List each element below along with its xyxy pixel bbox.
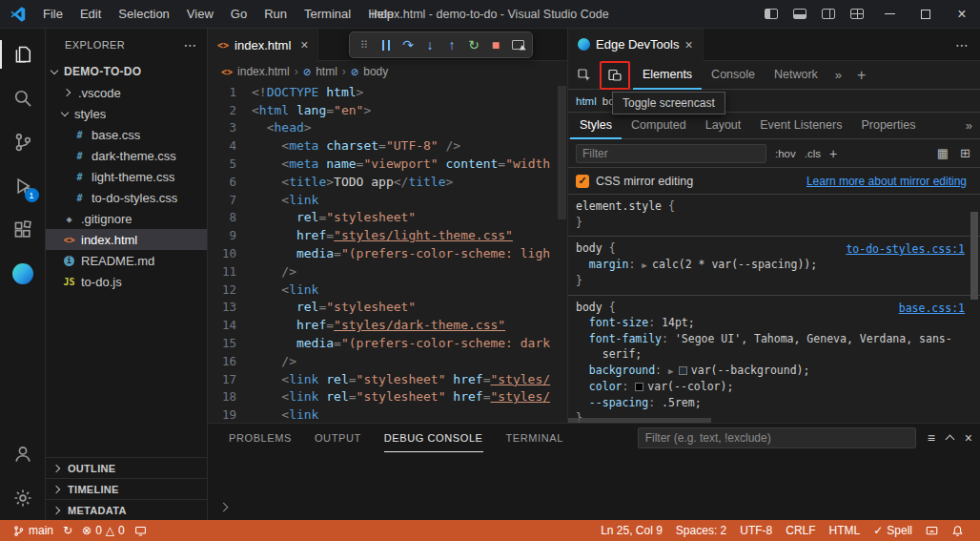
minimize-button[interactable] bbox=[871, 0, 908, 28]
code-line[interactable]: 4 <meta charset="UTF-8" /> bbox=[208, 136, 567, 155]
code-line[interactable]: 5 <meta name="viewport" content="width bbox=[208, 155, 567, 173]
indentation[interactable]: Spaces: 2 bbox=[669, 524, 733, 537]
activity-edge-devtools[interactable] bbox=[0, 252, 46, 296]
branch-indicator[interactable]: main bbox=[8, 524, 58, 537]
subtab-styles[interactable]: Styles bbox=[570, 113, 622, 139]
tree-item--gitignore[interactable]: ◆.gitignore bbox=[46, 208, 207, 229]
devtools-tab-console[interactable]: Console bbox=[702, 61, 765, 90]
launch-indicator[interactable] bbox=[130, 525, 152, 537]
menu-terminal[interactable]: Terminal bbox=[296, 0, 359, 28]
css-mirror-checkbox[interactable]: ✓ bbox=[576, 175, 589, 188]
code-line[interactable]: 10 media="(prefers-color-scheme: ligh bbox=[208, 244, 567, 262]
eol-sequence[interactable]: CRLF bbox=[779, 524, 822, 537]
subtab-event-listeners[interactable]: Event Listeners bbox=[750, 113, 851, 139]
maximize-button[interactable] bbox=[908, 0, 944, 28]
subtab-properties[interactable]: Properties bbox=[851, 113, 925, 139]
activity-run-debug[interactable]: 1 bbox=[0, 164, 46, 208]
inspect-button[interactable] bbox=[508, 35, 527, 54]
code-line[interactable]: 9 href="styles/light-theme.css" bbox=[208, 226, 567, 244]
close-tab-icon[interactable]: × bbox=[300, 37, 308, 52]
console-filter-input[interactable] bbox=[638, 427, 916, 448]
pause-button[interactable] bbox=[377, 35, 396, 54]
code-line[interactable]: 19 <link bbox=[208, 406, 567, 423]
step-out-button[interactable]: ↑ bbox=[442, 35, 461, 54]
class-toggle-button[interactable]: .cls bbox=[805, 148, 821, 159]
css-rule-line[interactable]: color: var(--color); bbox=[576, 379, 972, 395]
menu-view[interactable]: View bbox=[178, 0, 222, 28]
devtools-vertical-scrollbar[interactable] bbox=[970, 212, 978, 300]
toggle-primary-sidebar-icon[interactable] bbox=[757, 0, 786, 28]
code-line[interactable]: 1<!DOCTYPE html> bbox=[208, 83, 567, 101]
toggle-panel-icon[interactable] bbox=[786, 0, 814, 28]
inspect-element-icon[interactable] bbox=[572, 64, 597, 87]
stylesheet-link[interactable]: base.css:1 bbox=[899, 301, 965, 317]
screencast-status[interactable] bbox=[919, 525, 945, 537]
close-button[interactable]: × bbox=[944, 0, 980, 28]
drag-handle-icon[interactable]: ⠿ bbox=[355, 35, 374, 54]
code-line[interactable]: 7 <link bbox=[208, 191, 567, 209]
sidebar-section-metadata[interactable]: METADATA bbox=[46, 499, 207, 520]
breadcrumb-body[interactable]: body bbox=[363, 65, 388, 78]
maximize-panel-icon[interactable] bbox=[945, 435, 954, 445]
sidebar-section-outline[interactable]: OUTLINE bbox=[46, 457, 207, 478]
tree-item--vscode[interactable]: .vscode bbox=[46, 82, 207, 103]
subtab-computed[interactable]: Computed bbox=[622, 113, 696, 139]
code-line[interactable]: 16 /> bbox=[208, 352, 567, 370]
css-rule-line[interactable]: font-size: 14pt; bbox=[576, 315, 972, 331]
tree-item-dark-theme-css[interactable]: #dark-theme.css bbox=[46, 145, 207, 166]
color-swatch[interactable] bbox=[679, 366, 687, 375]
activity-extensions[interactable] bbox=[0, 208, 46, 252]
stop-button[interactable]: ■ bbox=[486, 35, 505, 54]
crumb-html[interactable]: html bbox=[576, 95, 597, 107]
grid-overlay-icon[interactable]: ▦ bbox=[937, 146, 949, 160]
tree-item-index-html[interactable]: <>index.html bbox=[46, 229, 207, 250]
problems-indicator[interactable]: ⊗0 △0 bbox=[77, 524, 130, 537]
editor-scrollbar[interactable] bbox=[558, 86, 566, 219]
breadcrumb-html[interactable]: html bbox=[316, 65, 337, 78]
explorer-actions-icon[interactable]: ⋯ bbox=[184, 37, 197, 52]
toggle-screencast-icon[interactable] bbox=[602, 64, 627, 87]
close-tab-icon[interactable]: × bbox=[684, 37, 692, 52]
panel-tab-output[interactable]: OUTPUT bbox=[315, 424, 361, 452]
color-swatch[interactable] bbox=[635, 383, 643, 391]
css-rule-line[interactable]: font-family: 'Segoe UI', Tahoma, Geneva,… bbox=[576, 331, 972, 347]
css-rule-line[interactable]: element.style { bbox=[576, 198, 972, 215]
code-line[interactable]: 3 <head> bbox=[208, 119, 567, 137]
panel-tab-problems[interactable]: PROBLEMS bbox=[229, 424, 292, 452]
menu-file[interactable]: File bbox=[34, 0, 71, 28]
tree-item-base-css[interactable]: #base.css bbox=[46, 124, 207, 145]
menu-run[interactable]: Run bbox=[255, 0, 296, 28]
activity-source-control[interactable] bbox=[0, 120, 46, 164]
tree-item-to-do-styles-css[interactable]: #to-do-styles.css bbox=[46, 187, 207, 208]
more-tabs-icon[interactable]: » bbox=[827, 68, 849, 82]
filter-icon[interactable]: ≡ bbox=[928, 430, 935, 446]
tree-item-light-theme-css[interactable]: #light-theme.css bbox=[46, 166, 207, 187]
activity-settings[interactable] bbox=[0, 476, 46, 520]
menu-edit[interactable]: Edit bbox=[71, 0, 110, 28]
breadcrumb-file[interactable]: index.html bbox=[237, 65, 290, 78]
step-into-button[interactable]: ↓ bbox=[420, 35, 439, 54]
code-line[interactable]: 12 <link bbox=[208, 281, 567, 299]
tab-edge-devtools[interactable]: Edge DevTools × bbox=[568, 29, 704, 61]
styles-filter-input[interactable] bbox=[576, 144, 766, 163]
sidebar-section-timeline[interactable]: TIMELINE bbox=[46, 478, 207, 499]
close-panel-icon[interactable]: × bbox=[965, 430, 972, 446]
language-mode[interactable]: HTML bbox=[823, 524, 868, 537]
menu-go[interactable]: Go bbox=[222, 0, 255, 28]
panel-tab-terminal[interactable]: TERMINAL bbox=[506, 424, 563, 452]
toggle-secondary-sidebar-icon[interactable] bbox=[814, 0, 843, 28]
restart-button[interactable]: ↻ bbox=[464, 35, 483, 54]
css-rule-line[interactable]: --spacing: .5rem; bbox=[576, 395, 972, 411]
panel-tab-debug-console[interactable]: DEBUG CONSOLE bbox=[384, 424, 483, 452]
mirror-editing-link[interactable]: Learn more about mirror editing bbox=[806, 175, 972, 188]
customize-layout-icon[interactable] bbox=[843, 0, 871, 28]
devtools-tab-elements[interactable]: Elements bbox=[633, 61, 702, 90]
tree-item-demo-to-do[interactable]: DEMO-TO-DO bbox=[46, 61, 207, 82]
devtools-tab-network[interactable]: Network bbox=[765, 61, 827, 90]
code-line[interactable]: 11 /> bbox=[208, 262, 567, 281]
encoding[interactable]: UTF-8 bbox=[733, 524, 779, 537]
css-rule-line[interactable]: } bbox=[576, 273, 972, 289]
add-tab-icon[interactable]: + bbox=[849, 67, 873, 84]
activity-search[interactable] bbox=[0, 76, 46, 120]
new-rule-button[interactable]: + bbox=[829, 146, 837, 161]
